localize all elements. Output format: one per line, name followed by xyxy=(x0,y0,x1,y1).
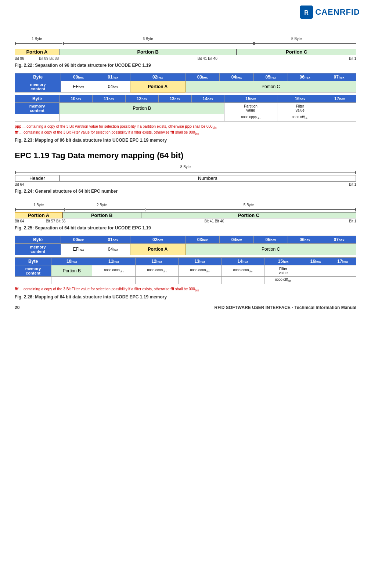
fig25-caption: Fig. 2.25: Separation of 64 bit data str… xyxy=(15,225,356,231)
portion-b-box: Portion B xyxy=(59,49,237,55)
fig25-diagram: Portion A Portion B Portion C xyxy=(15,212,356,218)
fig26-table2: Byte 10hex 11hex 12hex 13hex 14hex 15hex… xyxy=(15,257,356,284)
portion-a-box: Portion A xyxy=(15,49,59,55)
fig26-caption: Fig. 2.26: Mapping of 64 bit data struct… xyxy=(15,294,356,300)
logo: R CAENRFID xyxy=(300,6,360,19)
fig26-note: fff ... containing a copy of the 3 Bit F… xyxy=(15,287,356,292)
logo-icon: R xyxy=(300,6,313,19)
portion-c-box: Portion C xyxy=(237,49,356,55)
fig23-table2: Byte 10hex 11hex 12hex 13hex 14hex 15hex… xyxy=(15,95,356,121)
fig23-table1: Byte 00hex 01hex 02hex 03hex 04hex 05hex… xyxy=(15,73,356,92)
fig22-caption: Fig. 2.22: Separation of 96 bit data str… xyxy=(15,63,356,68)
fig26-table1: Byte 00hex 01hex 02hex 03hex 04hex 05hex… xyxy=(15,236,356,255)
footer-page: 20 xyxy=(15,305,19,310)
fig23-caption: Fig. 2.23: Mapping of 96 bit data struct… xyxy=(15,138,356,143)
logo-text: CAENRFID xyxy=(315,7,360,17)
section-heading: EPC 1.19 Tag Data memory mapping (64 bit… xyxy=(15,151,356,160)
fig24-caption: Fig. 2.24: General structure of 64 bit E… xyxy=(15,189,356,194)
fig24-diagram: Header Numbers xyxy=(15,175,356,182)
footer: 20 RFID SOFTWARE USER INTERFACE - Techni… xyxy=(0,302,371,310)
svg-text:R: R xyxy=(305,10,309,16)
fig23-note1: ppp ... containing a copy of the 3 Bit P… xyxy=(15,124,356,135)
footer-title: RFID SOFTWARE USER INTERFACE - Technical… xyxy=(215,305,356,310)
